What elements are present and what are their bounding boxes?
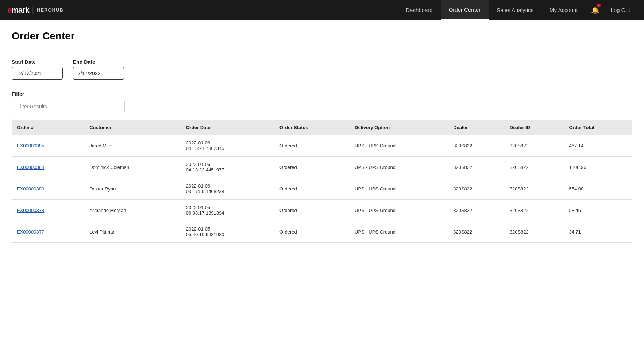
brand-divider: |	[32, 6, 34, 14]
cell-customer: Armando Morgan	[84, 200, 181, 221]
cell-delivery-option: UPS - UPS Ground	[350, 200, 448, 221]
table-row: EX00000378Armando Morgan2022-01-05 06:08…	[12, 200, 632, 221]
notification-badge	[597, 4, 601, 7]
order-link[interactable]: EX00000385	[17, 143, 44, 148]
table-header: Order # Customer Order Date Order Status…	[12, 120, 632, 135]
page-title: Order Center	[12, 30, 632, 42]
filter-section: Filter	[12, 91, 632, 113]
cell-dealer-id: 320S822	[505, 200, 564, 221]
cell-dealer-id: 320S822	[505, 157, 564, 178]
cell-dealer: 320S822	[448, 157, 505, 178]
col-order-date: Order Date	[181, 120, 274, 135]
order-link[interactable]: EX00000380	[17, 186, 44, 192]
end-date-input[interactable]	[73, 67, 124, 80]
start-date-input[interactable]	[12, 67, 63, 80]
nav-links: Dashboard Order Center Sales Analytics M…	[398, 0, 637, 20]
end-date-label: End Date	[73, 59, 124, 65]
brand-exmark: emark	[7, 5, 29, 15]
nav-sales-analytics[interactable]: Sales Analytics	[489, 0, 541, 20]
table-row: EX00000385Jared Miles2022-01-06 04:15:21…	[12, 135, 632, 157]
cell-order-total: 554.08	[564, 178, 632, 200]
filter-input[interactable]	[12, 100, 125, 113]
cell-dealer: 320S822	[448, 221, 505, 243]
order-link[interactable]: EX00000378	[17, 208, 44, 213]
navbar: emark | HEROHUB Dashboard Order Center S…	[0, 0, 644, 20]
cell-order-total: 34.71	[564, 221, 632, 243]
brand-herohub: HEROHUB	[37, 7, 63, 13]
col-customer: Customer	[84, 120, 181, 135]
logout-button[interactable]: Log Out	[604, 0, 637, 20]
cell-customer: Dominick Coleman	[84, 157, 181, 178]
cell-dealer-id: 320S822	[505, 221, 564, 243]
brand: emark | HEROHUB	[7, 5, 63, 15]
cell-delivery-option: UPS - UPS Ground	[350, 178, 448, 200]
table-row: EX00000384Dominick Coleman2022-01-06 04:…	[12, 157, 632, 178]
cell-delivery-option: UPS - UPS Ground	[350, 135, 448, 157]
cell-dealer: 320S822	[448, 135, 505, 157]
cell-order-status: Ordered	[274, 200, 350, 221]
cell-customer: Dexter Ryan	[84, 178, 181, 200]
col-dealer: Dealer	[448, 120, 505, 135]
cell-order-date: 2022-01-06 04:13:22.4451977	[181, 157, 274, 178]
cell-order-num: EX00000385	[12, 135, 84, 157]
cell-order-status: Ordered	[274, 178, 350, 200]
cell-order-date: 2022-01-06 03:17:55.1468238	[181, 178, 274, 200]
cell-order-date: 2022-01-05 05:40:10.9631930	[181, 221, 274, 243]
cell-delivery-option: UPS - UPS Ground	[350, 221, 448, 243]
col-delivery-option: Delivery Option	[350, 120, 448, 135]
orders-table: Order # Customer Order Date Order Status…	[12, 120, 632, 243]
filter-label: Filter	[12, 91, 632, 97]
title-divider	[12, 49, 632, 49]
cell-dealer-id: 320S822	[505, 178, 564, 200]
cell-customer: Jared Miles	[84, 135, 181, 157]
cell-order-date: 2022-01-05 06:08:17.1891394	[181, 200, 274, 221]
cell-order-status: Ordered	[274, 157, 350, 178]
cell-order-status: Ordered	[274, 135, 350, 157]
cell-dealer: 320S822	[448, 200, 505, 221]
col-order-num: Order #	[12, 120, 84, 135]
table-header-row: Order # Customer Order Date Order Status…	[12, 120, 632, 135]
start-date-group: Start Date	[12, 59, 63, 80]
table-row: EX00000380Dexter Ryan2022-01-06 03:17:55…	[12, 178, 632, 200]
date-filter-row: Start Date End Date	[12, 59, 632, 80]
cell-order-total: 1108.96	[564, 157, 632, 178]
cell-delivery-option: UPS - UPS Ground	[350, 157, 448, 178]
cell-customer: Levi Pittman	[84, 221, 181, 243]
cell-order-num: EX00000378	[12, 200, 84, 221]
page-content: Order Center Start Date End Date Filter …	[0, 20, 644, 253]
col-order-status: Order Status	[274, 120, 350, 135]
start-date-label: Start Date	[12, 59, 63, 65]
cell-order-total: 467.14	[564, 135, 632, 157]
cell-order-date: 2022-01-06 04:15:21.7862315	[181, 135, 274, 157]
order-link[interactable]: EX00000384	[17, 165, 44, 170]
cell-order-total: 58.46	[564, 200, 632, 221]
cell-order-num: EX00000384	[12, 157, 84, 178]
cell-order-num: EX00000380	[12, 178, 84, 200]
nav-my-account[interactable]: My Account	[541, 0, 586, 20]
col-order-total: Order Total	[564, 120, 632, 135]
cell-order-status: Ordered	[274, 221, 350, 243]
brand-x-letter: e	[7, 5, 11, 15]
table-row: EX00000377Levi Pittman2022-01-05 05:40:1…	[12, 221, 632, 243]
cell-dealer: 320S822	[448, 178, 505, 200]
order-link[interactable]: EX00000377	[17, 229, 44, 235]
nav-order-center[interactable]: Order Center	[441, 0, 489, 20]
nav-dashboard[interactable]: Dashboard	[398, 0, 440, 20]
cell-order-num: EX00000377	[12, 221, 84, 243]
table-body: EX00000385Jared Miles2022-01-06 04:15:21…	[12, 135, 632, 243]
notifications-bell[interactable]: 🔔	[586, 0, 604, 20]
cell-dealer-id: 320S822	[505, 135, 564, 157]
col-dealer-id: Dealer ID	[505, 120, 564, 135]
end-date-group: End Date	[73, 59, 124, 80]
